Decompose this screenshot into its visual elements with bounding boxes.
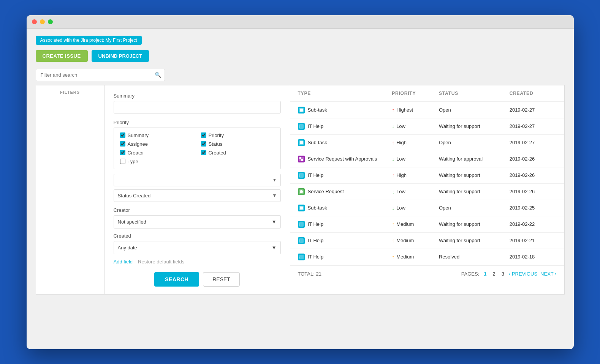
col-creator-checkbox[interactable] [120, 150, 125, 155]
type-icon-ithelp: i [298, 254, 305, 260]
status-cell: Waiting for approval [439, 156, 510, 162]
status-select[interactable]: Status Created [114, 189, 281, 202]
type-icon-subtask [298, 107, 305, 113]
table-row[interactable]: Service Request with Approvals ↓ Low Wai… [290, 151, 564, 167]
table-row[interactable]: i IT Help ↓ Low Waiting for support 2019… [290, 118, 564, 135]
svg-text:i: i [299, 125, 301, 129]
next-button[interactable]: NEXT › [540, 271, 556, 277]
type-name: Sub-task [308, 107, 327, 113]
status-dropdown-row: Status Created ▼ [114, 189, 281, 202]
page-1[interactable]: 1 [482, 270, 488, 277]
col-type[interactable]: Type [120, 159, 193, 164]
table-row[interactable]: Sub-task ↓ Low Open 2019-02-25 [290, 200, 564, 216]
priority-cell: ↓ Low [392, 123, 439, 129]
priority-value: High [396, 140, 407, 145]
create-issue-button[interactable]: CREATE ISSUE [36, 50, 88, 62]
type-cell: i IT Help [298, 237, 392, 244]
page-2[interactable]: 2 [491, 270, 497, 277]
table-row[interactable]: i IT Help ↑ High Waiting for support 201… [290, 167, 564, 184]
pagination: TOTAL: 21 PAGES: 1 2 3 ‹ PREVIOUS NEXT › [290, 265, 564, 282]
col-assignee-checkbox[interactable] [120, 141, 125, 147]
priority-cell: ↓ Low [392, 189, 439, 195]
priority-medium-icon: ↑ [392, 254, 394, 260]
results-table: TYPE PRIORITY STATUS CREATED Sub-task ↑ … [290, 85, 565, 295]
type-icon-subtask [298, 139, 305, 146]
col-created[interactable]: Created [201, 150, 274, 156]
creator-chevron-icon: ▼ [272, 219, 277, 225]
add-field-link[interactable]: Add field [114, 259, 133, 265]
svg-text:i: i [299, 223, 301, 227]
unbind-project-button[interactable]: UNBIND PROJECT [92, 50, 149, 62]
created-chevron-icon: ▼ [272, 245, 277, 251]
field-links-row: Add field Restore default fields [114, 259, 281, 265]
col-priority[interactable]: Priority [201, 132, 274, 138]
priority-value: Medium [396, 238, 414, 243]
status-cell: Waiting for support [439, 221, 510, 227]
status-cell: Open [439, 107, 510, 113]
table-row[interactable]: i IT Help ↑ Medium Waiting for support 2… [290, 216, 564, 233]
col-assignee[interactable]: Assignee [120, 141, 193, 147]
created-cell: 2019-02-25 [510, 205, 557, 211]
page-3[interactable]: 3 [500, 270, 506, 277]
type-name: Service Request [308, 189, 344, 194]
reset-button[interactable]: RESET [203, 272, 240, 287]
creator-dropdown[interactable]: Not specified ▼ [114, 215, 281, 228]
col-priority-checkbox[interactable] [201, 132, 206, 138]
priority-cell: ↑ Highest [392, 107, 439, 113]
type-name: Sub-task [308, 140, 327, 145]
table-row[interactable]: i IT Help ↑ Medium Resolved 2019-02-18 [290, 249, 564, 265]
svg-text:i: i [299, 174, 301, 178]
type-cell: i IT Help [298, 123, 392, 130]
created-dropdown[interactable]: Any date ▼ [114, 241, 281, 254]
priority-value: Low [396, 189, 405, 194]
status-cell: Open [439, 205, 510, 211]
created-cell: 2019-02-27 [510, 140, 557, 145]
priority-down-icon: ↓ [392, 189, 394, 195]
summary-input[interactable] [114, 101, 281, 113]
creator-display[interactable]: Not specified ▼ [114, 215, 281, 228]
col-status[interactable]: Status [201, 141, 274, 147]
previous-button[interactable]: ‹ PREVIOUS [509, 271, 537, 277]
created-cell: 2019-02-22 [510, 221, 557, 227]
search-bar: 🔍 [36, 69, 165, 81]
minimize-button[interactable] [40, 19, 45, 24]
col-status-checkbox[interactable] [201, 141, 206, 147]
created-cell: 2019-02-26 [510, 172, 557, 178]
header-priority: PRIORITY [392, 91, 439, 96]
search-button[interactable]: SEARCH [154, 272, 199, 287]
col-type-checkbox[interactable] [120, 159, 125, 164]
type-icon-ithelp: i [298, 221, 305, 228]
status-cell: Waiting for support [439, 238, 510, 243]
columns-box-wrapper: Summary Priority Assignee Status [114, 128, 281, 169]
columns-grid: Summary Priority Assignee Status [120, 132, 274, 164]
main-layout: FILTERS Summary Priority Summary [36, 85, 565, 295]
maximize-button[interactable] [48, 19, 53, 24]
table-row[interactable]: Service Request ↓ Low Waiting for suppor… [290, 184, 564, 200]
search-icon: 🔍 [155, 72, 161, 78]
priority-value: Low [396, 205, 405, 211]
table-row[interactable]: i IT Help ↑ Medium Waiting for support 2… [290, 233, 564, 249]
col-summary-checkbox[interactable] [120, 132, 125, 138]
restore-fields-link[interactable]: Restore default fields [138, 259, 184, 265]
created-display[interactable]: Any date ▼ [114, 241, 281, 254]
type-icon-ithelp: i [298, 123, 305, 130]
table-row[interactable]: Sub-task ↑ Highest Open 2019-02-27 [290, 102, 564, 118]
table-row[interactable]: Sub-task ↑ High Open 2019-02-27 [290, 135, 564, 151]
svg-rect-8 [301, 159, 303, 161]
search-panel: Summary Priority Summary Priorit [104, 85, 290, 295]
priority-up-icon: ↑ [392, 107, 394, 113]
col-summary[interactable]: Summary [120, 132, 193, 138]
table-body: Sub-task ↑ Highest Open 2019-02-27 i IT … [290, 102, 564, 265]
search-input[interactable] [36, 69, 165, 81]
assignee-select[interactable] [114, 174, 281, 186]
type-name: Sub-task [308, 205, 327, 211]
col-created-checkbox[interactable] [201, 150, 206, 155]
svg-point-12 [300, 190, 303, 193]
created-cell: 2019-02-27 [510, 107, 557, 113]
priority-medium-icon: ↑ [392, 221, 394, 227]
type-icon-ithelp: i [298, 172, 305, 179]
close-button[interactable] [32, 19, 37, 24]
priority-down-icon: ↓ [392, 156, 394, 162]
col-creator[interactable]: Creator [120, 150, 193, 156]
filters-panel: FILTERS [36, 85, 104, 295]
